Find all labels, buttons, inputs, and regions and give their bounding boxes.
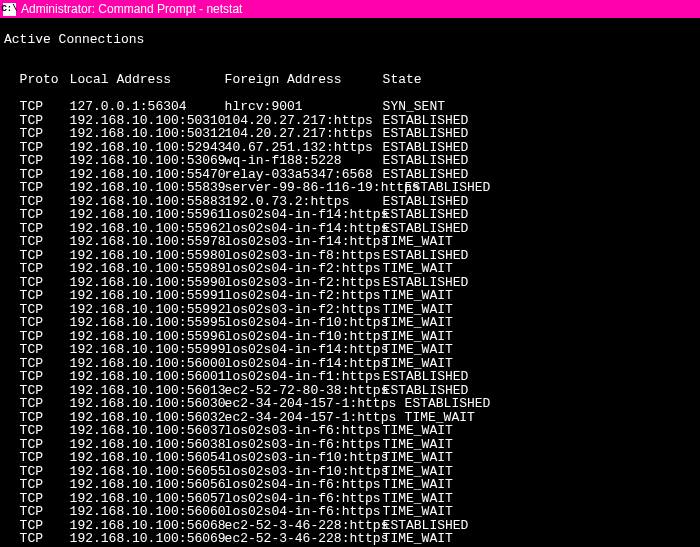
connection-row: TCP192.168.10.100:55995los02s04-in-f10:h…	[4, 316, 696, 330]
cell-local: 192.168.10.100:56069	[70, 532, 225, 545]
cell-state: TIME_WAIT	[383, 492, 453, 505]
cell-foreign: los02s03-in-f6:https	[225, 438, 383, 451]
cell-state: ESTABLISHED	[383, 127, 469, 140]
cell-foreign: ec2-34-204-157-1:https	[225, 397, 405, 410]
cell-local: 192.168.10.100:55470	[70, 168, 225, 181]
cell-proto: TCP	[20, 100, 70, 113]
cell-state: ESTABLISHED	[383, 384, 469, 397]
cell-proto: TCP	[20, 330, 70, 343]
cell-foreign: los02s04-in-f2:https	[225, 289, 383, 302]
cell-foreign: los02s03-in-f14:https	[225, 235, 383, 248]
cell-foreign: los02s04-in-f6:https	[225, 505, 383, 518]
connection-row: TCP192.168.10.100:56001los02s04-in-f1:ht…	[4, 370, 696, 384]
header-state: State	[383, 73, 422, 86]
header-proto: Proto	[20, 73, 70, 86]
cell-state: TIME_WAIT	[383, 465, 453, 478]
cell-local: 192.168.10.100:53069	[70, 154, 225, 167]
connection-row: TCP192.168.10.100:53069wq-in-f188:5228ES…	[4, 154, 696, 168]
connection-row: TCP192.168.10.100:56038los02s03-in-f6:ht…	[4, 438, 696, 452]
connection-row: TCP192.168.10.100:56054los02s03-in-f10:h…	[4, 451, 696, 465]
cell-proto: TCP	[20, 465, 70, 478]
cell-foreign: los02s04-in-f14:https	[225, 357, 383, 370]
cell-proto: TCP	[20, 451, 70, 464]
cell-proto: TCP	[20, 114, 70, 127]
cell-foreign: los02s04-in-f6:https	[225, 478, 383, 491]
cell-state: ESTABLISHED	[383, 370, 469, 383]
cell-local: 192.168.10.100:56032	[70, 411, 225, 424]
cell-state: TIME_WAIT	[383, 303, 453, 316]
connection-row: TCP192.168.10.100:56013ec2-52-72-80-38:h…	[4, 384, 696, 398]
cell-state: ESTABLISHED	[383, 114, 469, 127]
cell-state: ESTABLISHED	[383, 249, 469, 262]
cell-foreign: server-99-86-116-19:https	[225, 181, 405, 194]
cell-foreign: los02s04-in-f2:https	[225, 262, 383, 275]
cell-local: 192.168.10.100:55995	[70, 316, 225, 329]
cell-state: TIME_WAIT	[383, 262, 453, 275]
cell-foreign: los02s04-in-f14:https	[225, 222, 383, 235]
cell-proto: TCP	[20, 519, 70, 532]
rows-container: TCP127.0.0.1:56304hlrcv:9001SYN_SENT TCP…	[4, 100, 696, 546]
cell-state: TIME_WAIT	[383, 343, 453, 356]
cell-local: 192.168.10.100:50310	[70, 114, 225, 127]
cell-local: 192.168.10.100:50312	[70, 127, 225, 140]
cell-local: 192.168.10.100:56056	[70, 478, 225, 491]
cell-local: 192.168.10.100:56068	[70, 519, 225, 532]
cell-foreign: 104.20.27.217:https	[225, 114, 383, 127]
cell-state: ESTABLISHED	[405, 397, 491, 410]
cell-foreign: los02s04-in-f10:https	[225, 316, 383, 329]
connection-row: TCP192.168.10.100:5294340.67.251.132:htt…	[4, 141, 696, 155]
cell-local: 192.168.10.100:56000	[70, 357, 225, 370]
connection-row: TCP192.168.10.100:55991los02s04-in-f2:ht…	[4, 289, 696, 303]
cell-state: SYN_SENT	[383, 100, 445, 113]
connection-row: TCP192.168.10.100:56055los02s03-in-f10:h…	[4, 465, 696, 479]
cell-foreign: ec2-34-204-157-1:https	[225, 411, 405, 424]
cell-state: ESTABLISHED	[405, 181, 491, 194]
connection-row: TCP192.168.10.100:56032ec2-34-204-157-1:…	[4, 411, 696, 425]
cell-proto: TCP	[20, 276, 70, 289]
connection-row: TCP192.168.10.100:56030ec2-34-204-157-1:…	[4, 397, 696, 411]
cell-foreign: los02s03-in-f2:https	[225, 303, 383, 316]
cell-foreign: los02s03-in-f10:https	[225, 451, 383, 464]
cell-proto: TCP	[20, 492, 70, 505]
connection-row: TCP127.0.0.1:56304hlrcv:9001SYN_SENT	[4, 100, 696, 114]
terminal-output[interactable]: Active Connections ProtoLocal AddressFor…	[0, 18, 700, 547]
cmd-icon: C:\	[3, 3, 16, 16]
cell-foreign: los02s03-in-f6:https	[225, 424, 383, 437]
cell-local: 192.168.10.100:56030	[70, 397, 225, 410]
cell-local: 192.168.10.100:56060	[70, 505, 225, 518]
connection-row: TCP192.168.10.100:56037los02s03-in-f6:ht…	[4, 424, 696, 438]
cell-state: TIME_WAIT	[383, 235, 453, 248]
cell-foreign: los02s04-in-f14:https	[225, 208, 383, 221]
connection-row: TCP192.168.10.100:55989los02s04-in-f2:ht…	[4, 262, 696, 276]
cell-local: 192.168.10.100:55999	[70, 343, 225, 356]
cell-state: TIME_WAIT	[383, 357, 453, 370]
cell-local: 192.168.10.100:55839	[70, 181, 225, 194]
connection-row: TCP192.168.10.100:55839server-99-86-116-…	[4, 181, 696, 195]
cell-proto: TCP	[20, 438, 70, 451]
cell-foreign: los02s04-in-f1:https	[225, 370, 383, 383]
connection-row: TCP192.168.10.100:55978los02s03-in-f14:h…	[4, 235, 696, 249]
connection-row: TCP192.168.10.100:56060los02s04-in-f6:ht…	[4, 505, 696, 519]
cell-foreign: los02s03-in-f10:https	[225, 465, 383, 478]
connection-row: TCP192.168.10.100:55990los02s03-in-f2:ht…	[4, 276, 696, 290]
cell-proto: TCP	[20, 141, 70, 154]
cell-state: TIME_WAIT	[383, 451, 453, 464]
cell-local: 127.0.0.1:56304	[70, 100, 225, 113]
cell-local: 192.168.10.100:55989	[70, 262, 225, 275]
cell-local: 192.168.10.100:55996	[70, 330, 225, 343]
cell-proto: TCP	[20, 249, 70, 262]
cell-proto: TCP	[20, 384, 70, 397]
connection-row: TCP192.168.10.100:56068ec2-52-3-46-228:h…	[4, 519, 696, 533]
connection-row: TCP192.168.10.100:50310104.20.27.217:htt…	[4, 114, 696, 128]
cell-foreign: los02s03-in-f8:https	[225, 249, 383, 262]
cell-proto: TCP	[20, 195, 70, 208]
cell-local: 192.168.10.100:55992	[70, 303, 225, 316]
cell-state: TIME_WAIT	[383, 330, 453, 343]
cell-state: TIME_WAIT	[405, 411, 475, 424]
titlebar[interactable]: C:\ Administrator: Command Prompt - nets…	[0, 0, 700, 18]
cell-local: 192.168.10.100:56037	[70, 424, 225, 437]
cell-foreign: los02s04-in-f6:https	[225, 492, 383, 505]
cell-proto: TCP	[20, 505, 70, 518]
cell-local: 192.168.10.100:55978	[70, 235, 225, 248]
cell-local: 192.168.10.100:56054	[70, 451, 225, 464]
